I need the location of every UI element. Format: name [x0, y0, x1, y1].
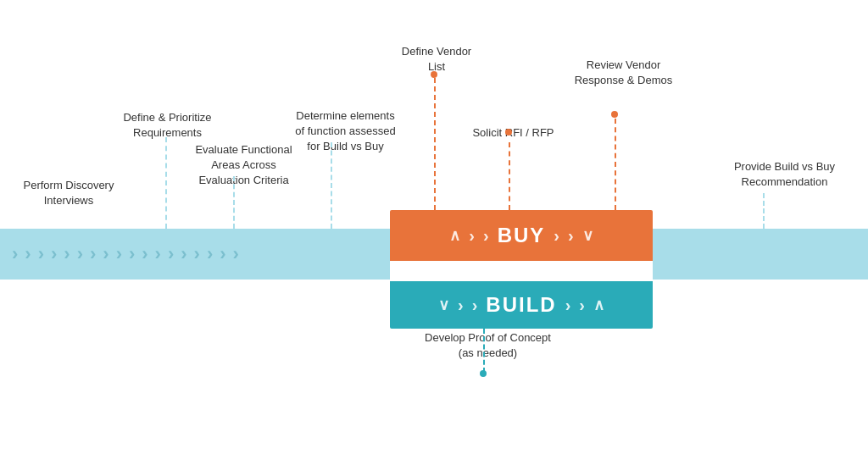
build-up-chevron-right: ∧	[593, 296, 604, 314]
band-chevron: ›	[90, 245, 96, 263]
buy-arrow-1: ›	[469, 226, 475, 246]
band-chevron: ›	[77, 245, 83, 263]
box-divider	[390, 261, 653, 281]
build-label: BUILD	[486, 293, 556, 317]
buy-label: BUY	[498, 224, 546, 247]
dashed-line-poc	[483, 329, 485, 373]
dashed-line-determine	[331, 142, 332, 229]
diagram-container: › › › › › › › › › › › › › › › › › › › › …	[0, 0, 868, 454]
build-arrow-3: ›	[565, 296, 571, 315]
buy-section: ∧ › › BUY › › ∨	[390, 210, 653, 261]
label-determine-elements: Determine elements of function assessed …	[280, 108, 411, 155]
band-chevron: ›	[38, 245, 44, 263]
band-chevron: ›	[207, 245, 213, 263]
buy-down-chevron: ∨	[582, 226, 593, 245]
dot-vendor-list	[431, 71, 437, 78]
label-define-prioritize: Define & Prioritize Requirements	[110, 110, 225, 141]
build-arrow-1: ›	[458, 296, 464, 315]
build-arrow-4: ›	[579, 296, 585, 315]
band-chevron: ›	[51, 245, 57, 263]
band-chevron: ›	[103, 245, 108, 263]
build-section: ∨ › › BUILD › › ∧	[390, 281, 653, 329]
label-define-vendor-list: Define Vendor List	[390, 44, 483, 75]
band-chevron: ›	[129, 245, 135, 263]
label-provide-recommendation: Provide Build vs Buy Recommendation	[719, 159, 850, 190]
build-arrow-2: ›	[472, 296, 478, 315]
band-chevron: ›	[194, 245, 200, 263]
dot-solicit	[505, 129, 512, 136]
band-chevron: ›	[233, 245, 239, 263]
band-chevron: ›	[155, 245, 161, 263]
dashed-line-recommend	[763, 193, 765, 229]
band-chevron: ›	[181, 245, 186, 263]
dashed-line-solicit	[509, 142, 510, 210]
buy-arrow-2: ›	[483, 226, 489, 246]
band-chevron: ›	[116, 245, 122, 263]
dot-review	[611, 111, 618, 118]
buy-up-chevron: ∧	[449, 226, 460, 245]
label-perform-discovery: Perform Discovery Interviews	[14, 178, 124, 208]
label-solicit-rfi: Solicit RFI / RFP	[465, 125, 562, 141]
band-chevron: ›	[12, 245, 18, 263]
dot-poc	[480, 370, 487, 377]
label-review-vendor: Review Vendor Response & Demos	[566, 58, 681, 88]
buy-arrow-3: ›	[554, 226, 559, 246]
band-chevron: ›	[142, 245, 147, 263]
buy-arrow-4: ›	[568, 226, 574, 246]
dashed-line-vendor-list	[434, 78, 436, 210]
label-develop-poc: Develop Proof of Concept (as needed)	[414, 330, 562, 361]
build-down-chevron-left: ∨	[438, 296, 449, 314]
band-chevron: ›	[64, 245, 70, 263]
dashed-line-review	[615, 119, 616, 210]
dashed-line-evaluate	[233, 176, 235, 229]
dashed-line-define	[165, 137, 167, 229]
band-chevron: ›	[25, 245, 31, 263]
band-chevron: ›	[168, 245, 174, 263]
band-chevron: ›	[220, 245, 225, 263]
